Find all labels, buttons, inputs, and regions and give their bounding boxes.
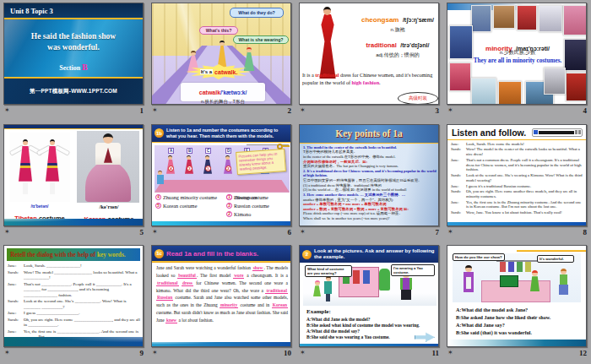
- speech-text: Oh, you are right. Here come another thr…: [466, 189, 583, 198]
- dialog-line: Jane: That's not a common dress. People …: [451, 158, 583, 172]
- blue-footer-strip: [300, 344, 438, 346]
- photo-thumbnail: [449, 25, 473, 59]
- transition-star-icon[interactable]: ✶: [4, 229, 10, 236]
- audio-knob[interactable]: [575, 130, 577, 134]
- paragraph-segment: traditional: [265, 288, 288, 294]
- head-shape: [225, 155, 230, 160]
- speech-bubble-right: What is she wearing?: [233, 35, 289, 44]
- audio-track[interactable]: [539, 131, 574, 134]
- slide-number: 1: [140, 106, 144, 115]
- transition-star-icon[interactable]: ✶: [152, 350, 158, 356]
- model-figure: [463, 265, 474, 299]
- teal-wave-footer: [447, 340, 586, 346]
- slide-thumbnail-9[interactable]: Retell the dialog with the help of key w…: [3, 245, 144, 347]
- gold-divider: [300, 143, 438, 144]
- speaker-label: Sarah:: [8, 318, 24, 329]
- slide-thumbnail-10[interactable]: 1c Read 1a and fill in the blanks. Jane …: [151, 245, 291, 347]
- slide-footer-12: ✶ 12: [447, 347, 588, 358]
- head-shape: [23, 139, 28, 145]
- transition-star-icon[interactable]: ✶: [152, 229, 158, 236]
- speaker-label: Jane:: [8, 282, 24, 299]
- dialog-line: Sarah: Look at the second one. She's ___…: [8, 299, 140, 310]
- slide-footer-2: ✶ 2: [151, 105, 292, 116]
- paragraph-segment: Russian: [156, 295, 173, 301]
- slide-thumbnail-2[interactable]: What do they do? What's this? What is sh…: [151, 3, 291, 105]
- answer-circle: 2: [225, 166, 231, 171]
- vocab-block-2: traditional /trə'dɪʃənl/ adj.传统的；惯例的: [357, 35, 438, 59]
- transition-star-icon[interactable]: ✶: [4, 107, 10, 114]
- head-shape: [465, 265, 472, 272]
- teal-wave-footer: [4, 337, 143, 346]
- task-badge: 2: [302, 250, 312, 259]
- slide-footer-5: ✶ 5: [3, 226, 144, 237]
- slide-footer-1: ✶ 1: [3, 105, 144, 116]
- audio-player[interactable]: [532, 128, 583, 137]
- speaker-label: Sarah:: [451, 147, 466, 156]
- shop-scene: What kind of costume are you wearing? I'…: [303, 263, 436, 306]
- transition-star-icon[interactable]: ✶: [447, 107, 453, 114]
- slide-cell-12: How do you like our show? It's wonderful…: [443, 242, 591, 364]
- slide-thumbnail-11[interactable]: 2 Look at the pictures. Ask and answer b…: [299, 245, 439, 347]
- answer-circle: 4: [168, 166, 174, 171]
- paragraph-segment: wore: [233, 273, 244, 279]
- audio-knob[interactable]: [578, 130, 581, 134]
- dialog-line: Jane: Yes, the first one is in the Zhuan…: [451, 200, 583, 209]
- slide-cell-4: minority /maɪ'nɔ:rəti/ n.少数民族,少数 They ar…: [443, 0, 591, 122]
- slide-cell-10: 1c Read 1a and fill in the blanks. Jane …: [148, 242, 296, 364]
- head-shape: [315, 280, 320, 285]
- slide-number: 3: [436, 106, 440, 115]
- vocab-phonetic: /tʃɔ:ŋ'sæm/: [403, 17, 434, 23]
- dancer-figure: [43, 138, 62, 197]
- slide-thumbnail-8[interactable]: Listen and follow. Jane: Look, Sarah. He…: [447, 124, 587, 226]
- clothes-shape: [517, 262, 523, 272]
- dialog-block: Jane: Look, Sarah. Here come the models!…: [451, 142, 583, 216]
- transition-star-icon[interactable]: ✶: [152, 107, 158, 114]
- clothes-shape: [500, 262, 506, 272]
- korean-costume-photo: [77, 131, 139, 203]
- vocab-word: catwalk: [199, 90, 220, 95]
- vocab-block-1: cheongsam /tʃɔ:ŋ'sæm/ n.旗袍: [357, 10, 438, 34]
- dialog-line: Sarah: Look at the second one. She's wea…: [451, 173, 583, 182]
- transition-star-icon[interactable]: ✶: [4, 350, 10, 356]
- stage-label-C: C: [205, 148, 211, 154]
- slide-number: 2: [288, 106, 292, 115]
- leg-shape: [23, 182, 28, 194]
- slide-thumbnail-4[interactable]: minority /maɪ'nɔ:rəti/ n.少数民族,少数 They ar…: [447, 3, 587, 105]
- costume-list-item: 2 Kimono: [226, 211, 290, 217]
- dialog-line: Jane: I guess ____________________.: [8, 311, 140, 317]
- transition-star-icon[interactable]: ✶: [300, 350, 306, 356]
- transition-star-icon[interactable]: ✶: [447, 229, 453, 236]
- slide-thumbnail-5[interactable]: /tɪ'betən/ Tibetan costume adj.西藏人的；西藏语的…: [3, 124, 144, 226]
- slide-thumbnail-3[interactable]: cheongsam /tʃɔ:ŋ'sæm/ n.旗袍 traditional /…: [299, 3, 439, 105]
- transition-star-icon[interactable]: ✶: [300, 107, 306, 114]
- slide-thumbnail-1[interactable]: Unit 8 Topic 3 He said the fashion show …: [3, 3, 144, 105]
- stage-floor-shape: [155, 180, 290, 193]
- slide-cell-1: Unit 8 Topic 3 He said the fashion show …: [0, 0, 148, 122]
- task-header: 2 Look at the pictures. Ask and answer b…: [300, 246, 438, 263]
- slide-thumbnail-12[interactable]: How do you like our show? It's wonderful…: [447, 245, 587, 347]
- slide-thumbnail-7[interactable]: Key points of 1a 1. The model in the cen…: [299, 124, 439, 226]
- sarah-figure: [559, 269, 568, 299]
- slide-thumbnail-6[interactable]: 1b Listen to 1a and number the costumes …: [151, 124, 291, 226]
- play-button-icon[interactable]: [534, 130, 538, 134]
- transition-star-icon[interactable]: ✶: [447, 350, 453, 356]
- red-dress-shape: [319, 14, 336, 79]
- slide-number: 10: [284, 349, 291, 357]
- title-band: Retell the dialog with the help of key w…: [7, 248, 140, 261]
- dancer-figure: [16, 138, 35, 197]
- speech-text-with-blanks: Oh, you are right. Here come ___________…: [24, 318, 140, 329]
- answer-circle: 1: [205, 166, 211, 171]
- speaker-label: Jane:: [451, 184, 466, 189]
- key-icon: [282, 145, 290, 148]
- head-shape: [220, 41, 225, 46]
- paragraph-segment: costume and in: [238, 302, 272, 307]
- transition-star-icon[interactable]: ✶: [300, 229, 306, 236]
- girl-figure: [313, 280, 321, 302]
- footer-band: 第一PPT模板网-WWW.1PPT.COM: [4, 79, 143, 104]
- site-label: 第一PPT模板网-WWW.1PPT.COM: [30, 88, 117, 95]
- slide-cell-6: 1b Listen to 1a and number the costumes …: [148, 122, 296, 243]
- green-coat-shape: [379, 269, 390, 291]
- slide-number: 9: [140, 349, 144, 357]
- photo-thumbnail: [517, 5, 537, 30]
- dialog-line: Sarah: Wow! The model in the center of t…: [451, 147, 583, 156]
